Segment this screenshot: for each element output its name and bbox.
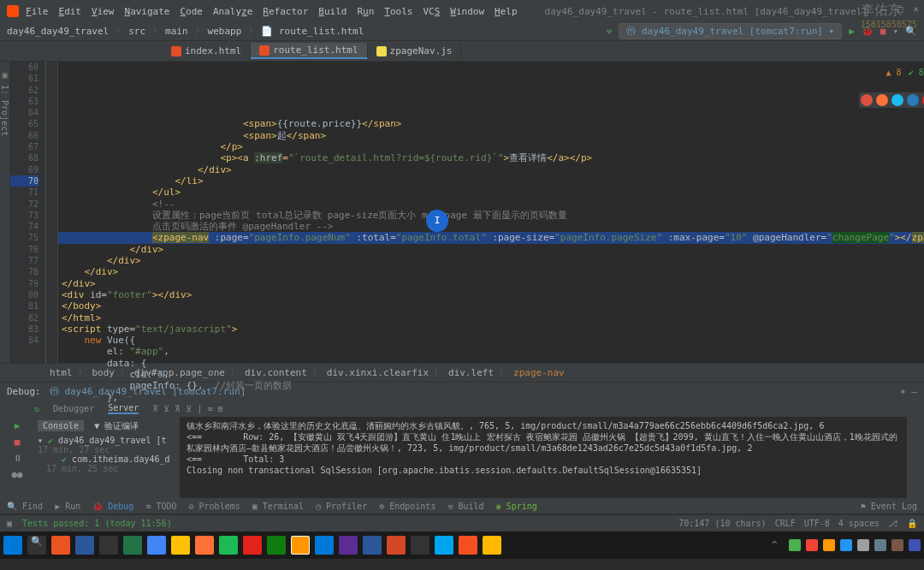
code-line[interactable]: <div id="footer"></div> bbox=[58, 289, 924, 300]
nav-crumb[interactable]: 📄 route_list.html bbox=[261, 26, 364, 37]
tray-icon-6[interactable] bbox=[874, 539, 886, 551]
menu-file[interactable]: File bbox=[26, 6, 49, 17]
menu-help[interactable]: Help bbox=[495, 6, 518, 17]
line-gutter[interactable]: 6061626364656667686970717273747576777879… bbox=[10, 62, 46, 363]
menu-tools[interactable]: Tools bbox=[384, 6, 412, 17]
start-icon[interactable] bbox=[3, 536, 22, 555]
menu-edit[interactable]: Edit bbox=[59, 6, 82, 17]
code-line[interactable]: <!-- bbox=[58, 199, 924, 210]
code-line[interactable]: el: "#app", bbox=[58, 346, 924, 357]
menu-run[interactable]: Run bbox=[357, 6, 374, 17]
tray-icon-5[interactable] bbox=[857, 539, 869, 551]
code-line[interactable]: <span>{{route.price}}</span> bbox=[58, 118, 924, 129]
code-line[interactable]: </li> bbox=[58, 175, 924, 187]
editor-tab[interactable]: zpageNav.js bbox=[368, 43, 462, 59]
tray-up-icon[interactable]: ^ bbox=[772, 539, 784, 551]
editor-tab[interactable]: index.html bbox=[163, 43, 251, 59]
todo-tab[interactable]: ≡ TODO bbox=[145, 502, 176, 511]
tray-icon-2[interactable] bbox=[806, 539, 818, 551]
debug-resume-icon[interactable]: ▶ bbox=[15, 420, 21, 431]
run-tab[interactable]: ▶ Run bbox=[55, 502, 80, 511]
editor-tab[interactable]: route_list.html bbox=[251, 43, 367, 59]
menu-build[interactable]: Build bbox=[318, 6, 346, 17]
code-line[interactable]: </div> bbox=[58, 255, 924, 266]
debug-frame[interactable]: ✔ com.itheima.day46_d 17 min, 25 sec bbox=[38, 454, 176, 473]
app-icon-11[interactable] bbox=[435, 536, 453, 555]
code-line[interactable]: 设置属性：page当前页 total总记录数 page-size页面大小 max… bbox=[58, 210, 924, 221]
word-icon[interactable] bbox=[363, 536, 382, 555]
menu-refactor[interactable]: Refactor bbox=[263, 6, 308, 17]
app-icon-3[interactable] bbox=[99, 536, 118, 555]
app-icon-13[interactable] bbox=[483, 536, 501, 555]
menu-analyze[interactable]: Analyze bbox=[213, 6, 252, 17]
app-icon-6[interactable] bbox=[243, 536, 262, 555]
code-line[interactable]: </p> bbox=[58, 141, 924, 152]
app-icon-8[interactable] bbox=[315, 536, 334, 555]
tray-icon-3[interactable] bbox=[823, 539, 835, 551]
app-icon-5[interactable] bbox=[219, 536, 238, 555]
code-line[interactable]: </div> bbox=[58, 244, 924, 255]
code-line[interactable]: </ul> bbox=[58, 187, 924, 198]
app-icon-active[interactable] bbox=[291, 536, 310, 555]
chrome-icon[interactable] bbox=[861, 94, 873, 106]
app-icon-2[interactable] bbox=[75, 536, 94, 555]
ppt-icon[interactable] bbox=[387, 536, 406, 555]
project-tool-button[interactable]: ▣ 1: Project bbox=[0, 70, 9, 136]
line-ending[interactable]: CRLF bbox=[775, 519, 796, 528]
run-icon[interactable]: ▶ bbox=[849, 26, 855, 37]
code-line[interactable]: data: { bbox=[58, 358, 924, 369]
app-icon-10[interactable] bbox=[411, 536, 429, 555]
spring-tab[interactable]: ❀ Spring bbox=[496, 502, 537, 511]
search-icon[interactable]: 🔍 bbox=[27, 536, 46, 555]
tab-debugger[interactable]: Debugger bbox=[53, 404, 94, 413]
warning-indicator[interactable]: ▲ 8 bbox=[886, 67, 902, 78]
git-icon[interactable]: ⎇ bbox=[888, 519, 898, 528]
debug-stop-icon[interactable]: ■ bbox=[15, 436, 21, 448]
find-tab[interactable]: 🔍 Find bbox=[7, 502, 43, 511]
encoding[interactable]: UTF-8 bbox=[804, 519, 830, 528]
ie-icon[interactable] bbox=[891, 94, 903, 106]
fold-gutter[interactable] bbox=[46, 62, 58, 363]
run-config-selector[interactable]: ⓜ day46_day49_travel [tomcat7:run] ▾ bbox=[619, 23, 842, 39]
lock-icon[interactable]: 🔒 bbox=[907, 519, 917, 528]
menu-window[interactable]: Window bbox=[450, 6, 484, 17]
code-line[interactable]: </div> bbox=[58, 266, 924, 277]
code-line[interactable]: <span>起</span> bbox=[58, 130, 924, 141]
tab-server[interactable]: Server bbox=[108, 403, 139, 414]
terminal-tab[interactable]: ▣ Terminal bbox=[252, 502, 304, 511]
code-area[interactable]: ▲ 8 ✔ 8 ㅅ v I <span>{{route.price}}</spa… bbox=[58, 62, 924, 363]
left-tool-stripe[interactable]: ▣ 1: Project bbox=[0, 62, 10, 363]
tool-windows-icon[interactable]: ▣ bbox=[7, 519, 12, 528]
code-line[interactable]: pageInfo: {}, //封装一页的数据 bbox=[58, 380, 924, 391]
code-line[interactable]: </div> bbox=[58, 278, 924, 289]
console-output[interactable]: 镇水乡和南浔水乡，体验这里的历史文化底蕴、清丽婉约的水乡古镇风貌。, 765, … bbox=[180, 417, 907, 498]
code-line[interactable]: <zpage-nav :page="pageInfo.pageNum" :tot… bbox=[58, 232, 924, 243]
app-icon-7[interactable] bbox=[267, 536, 286, 555]
code-line[interactable]: 点击页码激活的事件 @pageHandler --> bbox=[58, 221, 924, 232]
problems-tab[interactable]: ⊘ Problems bbox=[189, 502, 240, 511]
chrome-taskbar-icon[interactable] bbox=[147, 536, 166, 555]
menu-vcs[interactable]: VCS bbox=[423, 6, 440, 17]
indent[interactable]: 4 spaces bbox=[838, 519, 880, 528]
ok-indicator[interactable]: ✔ 8 bbox=[909, 67, 924, 78]
debug-view-bp-icon[interactable]: ●● bbox=[11, 469, 22, 480]
build-tab[interactable]: ⚒ Build bbox=[447, 502, 483, 511]
code-line[interactable]: }, bbox=[58, 392, 924, 403]
tests-status[interactable]: Tests passed: 1 (today 11:56) bbox=[22, 519, 172, 528]
tray-icon-1[interactable] bbox=[789, 539, 801, 551]
compile-tab[interactable]: ▼ 验证编译 bbox=[94, 421, 139, 430]
tray-icon-7[interactable] bbox=[891, 539, 903, 551]
endpoints-tab[interactable]: ⊕ Endpoints bbox=[379, 502, 435, 511]
folder-icon[interactable] bbox=[171, 536, 190, 555]
menu-view[interactable]: View bbox=[92, 6, 115, 17]
code-line[interactable]: </div> bbox=[58, 164, 924, 175]
debug-tab[interactable]: 🐞 Debug bbox=[92, 502, 133, 511]
nav-crumb[interactable]: src bbox=[128, 26, 145, 37]
code-line[interactable]: <p><a :href="`route_detail.html?rid=${ro… bbox=[58, 152, 924, 163]
menu-navigate[interactable]: Navigate bbox=[125, 6, 170, 17]
code-line[interactable]: </html> bbox=[58, 312, 924, 324]
build-icon[interactable]: ⚒ bbox=[607, 26, 613, 37]
caret-position[interactable]: 70:147 (10 chars) bbox=[678, 519, 766, 528]
tray-icon-8[interactable] bbox=[909, 539, 921, 551]
firefox-icon[interactable] bbox=[876, 94, 888, 106]
